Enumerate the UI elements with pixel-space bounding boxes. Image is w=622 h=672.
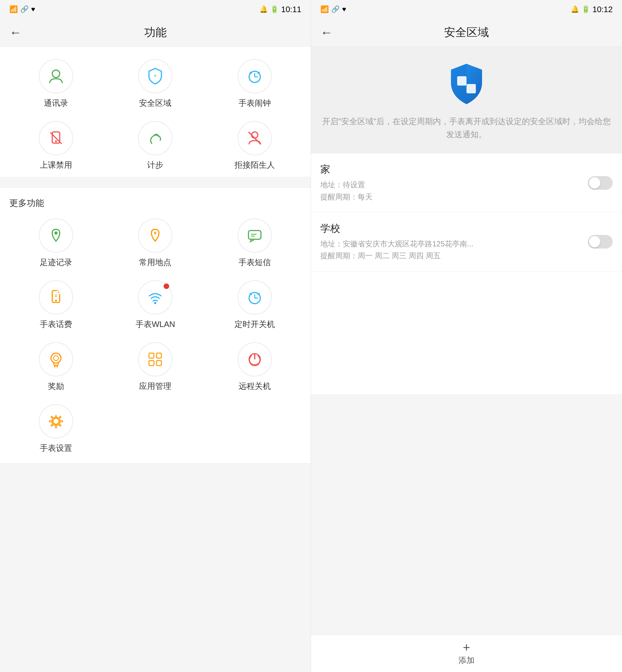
svg-rect-15 (248, 231, 261, 239)
zone-period-value-home: 每天 (358, 193, 373, 201)
svg-point-23 (154, 302, 157, 304)
toggle-school[interactable] (588, 235, 613, 248)
right-status-right: 🔔 🔋 10:12 (571, 5, 613, 14)
icon-circle-reject (238, 121, 272, 155)
icon-sms[interactable]: 手表短信 (208, 219, 301, 268)
left-time: 10:11 (281, 5, 301, 14)
icon-safe-zone[interactable]: + 安全区域 (109, 59, 202, 109)
svg-point-10 (252, 132, 258, 138)
icon-reward[interactable]: 奖励 (9, 342, 103, 392)
zone-item-school[interactable]: 学校 地址：安徽省安庆市大观区花亭路125花亭南... 提醒周期：周一 周二 周… (311, 212, 622, 272)
footprint-icon (47, 226, 65, 245)
right-wifi-icon: 🔗 (331, 5, 340, 13)
alarm-icon (245, 67, 264, 86)
left-header: ← 功能 (0, 19, 311, 47)
zone-period-label-school: 提醒周期： (320, 251, 358, 260)
icon-steps[interactable]: 计步 (109, 121, 202, 170)
top-icon-grid-section: 通讯录 + 安全区域 (0, 47, 311, 177)
right-time: 10:12 (592, 5, 613, 14)
heart-icon: ♥ (31, 5, 35, 13)
icon-remote-shutdown[interactable]: 远程关机 (208, 342, 301, 392)
left-status-bar: 📶 🔗 ♥ 🔔 🔋 10:11 (0, 0, 311, 19)
left-panel: 📶 🔗 ♥ 🔔 🔋 10:11 ← 功能 通讯录 (0, 0, 311, 672)
icon-class-ban[interactable]: 上课禁用 (9, 121, 103, 170)
battery-icon: 🔋 (270, 5, 279, 13)
icon-contacts[interactable]: 通讯录 (9, 59, 103, 109)
zone-list: 家 地址：待设置 提醒周期：每天 学校 地址：安徽省安庆市大观区花亭路125花亭… (311, 154, 622, 394)
icon-frequent-place[interactable]: 常用地点 (109, 219, 202, 268)
right-back-button[interactable]: ← (320, 26, 333, 39)
zone-address-school: 地址：安徽省安庆市大观区花亭路125花亭南... (320, 238, 588, 250)
more-section: 更多功能 足迹记录 (0, 188, 311, 463)
right-bell-icon: 🔔 (571, 5, 579, 13)
icon-circle-steps (138, 121, 172, 155)
add-zone-label: 添加 (458, 655, 475, 666)
right-status-bar: 📶 🔗 ♥ 🔔 🔋 10:12 (311, 0, 622, 19)
icon-circle-schedule-power (238, 280, 272, 314)
icon-wlan[interactable]: 手表WLAN (109, 280, 202, 330)
schedule-power-label: 定时开关机 (235, 319, 275, 330)
schedule-power-icon (245, 288, 264, 307)
zone-period-home: 提醒周期：每天 (320, 191, 588, 203)
watch-settings-label: 手表设置 (40, 443, 72, 453)
toggle-thumb-home (589, 177, 600, 189)
remote-shutdown-label: 远程关机 (239, 381, 271, 392)
footprint-label: 足迹记录 (40, 257, 72, 268)
svg-rect-34 (157, 361, 162, 366)
sim-icon: 📶 (9, 5, 18, 13)
app-manage-label: 应用管理 (139, 381, 171, 392)
top-icon-grid: 通讯录 + 安全区域 (9, 59, 301, 170)
svg-text:+: + (57, 290, 59, 295)
contacts-label: 通讯录 (44, 98, 68, 109)
icon-circle-frequent (138, 219, 172, 253)
icon-phone-bill[interactable]: ¥ + 手表话费 (9, 280, 103, 330)
svg-text:+: + (153, 73, 157, 79)
zone-name-home: 家 (320, 163, 588, 176)
reward-icon (47, 350, 65, 369)
icon-reject-stranger[interactable]: 拒接陌生人 (208, 121, 301, 170)
icon-footprint[interactable]: 足迹记录 (9, 219, 103, 268)
sms-label: 手表短信 (239, 257, 271, 268)
icon-alarm[interactable]: 手表闹钟 (208, 59, 301, 109)
svg-point-30 (54, 356, 59, 361)
watch-settings-icon (47, 412, 65, 431)
zone-address-home: 地址：待设置 (320, 179, 588, 191)
icon-circle-sms (238, 219, 272, 253)
shield-description: 开启"安全区域"后，在设定周期内，手表离开或到达设定的安全区域时，均会给您发送通… (320, 115, 613, 141)
icon-watch-settings[interactable]: 手表设置 (9, 404, 103, 453)
icon-circle-footprint (39, 219, 73, 253)
toggle-thumb-school (589, 236, 600, 247)
svg-text:¥: ¥ (55, 293, 57, 298)
left-status-right: 🔔 🔋 10:11 (260, 5, 301, 14)
zone-period-value-school: 周一 周二 周三 周四 周五 (358, 251, 441, 260)
icon-circle-reward (39, 342, 73, 376)
icon-app-manage[interactable]: 应用管理 (109, 342, 202, 392)
svg-rect-33 (149, 361, 154, 366)
icon-circle-contacts (39, 59, 73, 93)
reward-label: 奖励 (48, 381, 64, 392)
left-back-button[interactable]: ← (9, 26, 22, 39)
icon-schedule-power[interactable]: 定时开关机 (208, 280, 301, 330)
right-sim-icon: 📶 (320, 5, 329, 13)
section-divider (0, 177, 311, 182)
wlan-notification-badge (164, 283, 169, 289)
content-spacer (311, 394, 622, 635)
right-header: ← 安全区域 (311, 19, 622, 47)
class-ban-icon (47, 129, 65, 147)
svg-rect-39 (466, 84, 476, 93)
bell-icon: 🔔 (260, 5, 268, 13)
icon-circle-remote-shutdown (238, 342, 272, 376)
zone-item-home[interactable]: 家 地址：待设置 提醒周期：每天 (311, 154, 622, 212)
frequent-place-label: 常用地点 (139, 257, 171, 268)
shield-hero-icon (448, 62, 485, 106)
svg-point-8 (55, 140, 57, 142)
more-title: 更多功能 (0, 188, 311, 212)
add-zone-footer[interactable]: + 添加 (311, 635, 622, 672)
icon-circle-safe-zone: + (138, 59, 172, 93)
sms-icon (245, 226, 264, 245)
icon-circle-phone-bill: ¥ + (39, 280, 73, 314)
wlan-icon (146, 288, 165, 307)
steps-icon (146, 129, 165, 147)
toggle-home[interactable] (588, 176, 613, 190)
class-ban-label: 上课禁用 (40, 160, 72, 170)
